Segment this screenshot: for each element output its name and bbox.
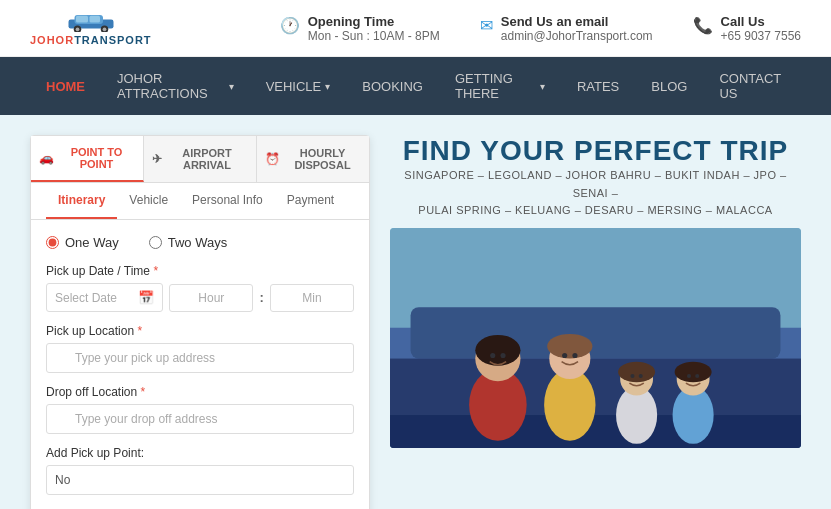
plane-icon: ✈	[152, 152, 162, 166]
pickup-location-group: Pick up Location * 📍	[46, 324, 354, 373]
top-info-bar: 🕐 Opening Time Mon - Sun : 10AM - 8PM ✉ …	[280, 14, 801, 43]
booking-form: One Way Two Ways Pick up Date / Time * S…	[31, 220, 369, 509]
dropoff-location-input[interactable]	[46, 404, 354, 434]
nav-item-home[interactable]: HOME	[30, 65, 101, 108]
svg-rect-7	[89, 16, 100, 23]
calendar-icon: 📅	[138, 290, 154, 305]
chevron-down-icon: ▾	[325, 81, 330, 92]
dropoff-location-label: Drop off Location *	[46, 385, 354, 399]
nav-item-contact-us[interactable]: CONTACT US	[703, 57, 801, 115]
one-way-radio-label[interactable]: One Way	[46, 235, 119, 250]
hour-input[interactable]	[169, 284, 253, 312]
chevron-down-icon: ▾	[229, 81, 234, 92]
datetime-row: Select Date 📅 :	[46, 283, 354, 312]
opening-time-label: Opening Time	[308, 14, 440, 29]
step-tab-payment[interactable]: Payment	[275, 183, 346, 219]
svg-rect-33	[390, 228, 801, 448]
car-icon: 🚗	[39, 151, 54, 165]
svg-point-5	[102, 27, 106, 31]
booking-type-tabs: 🚗 POINT TO POINT ✈ AIRPORT ARRIVAL ⏰ HOU…	[31, 136, 369, 183]
date-placeholder: Select Date	[55, 291, 117, 305]
tab-point-to-point[interactable]: 🚗 POINT TO POINT	[31, 136, 144, 182]
opening-time-value: Mon - Sun : 10AM - 8PM	[308, 29, 440, 43]
svg-point-3	[75, 27, 79, 31]
pickup-location-label: Pick up Location *	[46, 324, 354, 338]
pickup-datetime-group: Pick up Date / Time * Select Date 📅 :	[46, 264, 354, 312]
booking-panel: 🚗 POINT TO POINT ✈ AIRPORT ARRIVAL ⏰ HOU…	[30, 135, 370, 509]
main-nav: HOME JOHOR ATTRACTIONS ▾ VEHICLE ▾ BOOKI…	[0, 57, 831, 115]
svg-rect-6	[76, 16, 88, 23]
logo[interactable]: JOHORTRANSPORT	[30, 10, 152, 46]
hero-image	[390, 228, 801, 448]
call-info: 📞 Call Us +65 9037 7556	[693, 14, 801, 43]
clock-icon: 🕐	[280, 16, 300, 35]
right-panel: FIND YOUR PERFECT TRIP SINGAPORE – LEGOL…	[390, 135, 801, 509]
phone-icon: 📞	[693, 16, 713, 35]
main-content: 🚗 POINT TO POINT ✈ AIRPORT ARRIVAL ⏰ HOU…	[0, 115, 831, 509]
step-tab-itinerary[interactable]: Itinerary	[46, 183, 117, 219]
min-input[interactable]	[270, 284, 354, 312]
tab-airport-arrival[interactable]: ✈ AIRPORT ARRIVAL	[144, 136, 257, 182]
nav-item-vehicle[interactable]: VEHICLE ▾	[250, 65, 347, 108]
step-tab-vehicle[interactable]: Vehicle	[117, 183, 180, 219]
opening-time-info: 🕐 Opening Time Mon - Sun : 10AM - 8PM	[280, 14, 440, 43]
find-trip-header: FIND YOUR PERFECT TRIP SINGAPORE – LEGOL…	[390, 135, 801, 220]
trip-type-radio-group: One Way Two Ways	[46, 235, 354, 250]
step-tabs: Itinerary Vehicle Personal Info Payment	[31, 183, 369, 220]
nav-item-blog[interactable]: BLOG	[635, 65, 703, 108]
logo-brand-text: JOHORTRANSPORT	[30, 34, 152, 46]
pickup-location-input[interactable]	[46, 343, 354, 373]
logo-car-icon	[61, 10, 121, 32]
dropoff-location-input-wrapper: 📍	[46, 404, 354, 434]
pickup-location-input-wrapper: 📍	[46, 343, 354, 373]
chevron-down-icon: ▾	[540, 81, 545, 92]
email-icon: ✉	[480, 16, 493, 35]
email-info: ✉ Send Us an email admin@JohorTransport.…	[480, 14, 653, 43]
dropoff-location-group: Drop off Location * 📍	[46, 385, 354, 434]
two-ways-radio-label[interactable]: Two Ways	[149, 235, 227, 250]
tab-hourly-disposal[interactable]: ⏰ HOURLY DISPOSAL	[257, 136, 369, 182]
add-pickup-label: Add Pick up Point:	[46, 446, 354, 460]
nav-item-rates[interactable]: RATES	[561, 65, 635, 108]
nav-item-booking[interactable]: BOOKING	[346, 65, 439, 108]
email-value: admin@JohorTransport.com	[501, 29, 653, 43]
add-pickup-group: Add Pick up Point: No Yes	[46, 446, 354, 495]
family-illustration	[390, 228, 801, 448]
clock-tab-icon: ⏰	[265, 152, 280, 166]
step-tab-personal-info[interactable]: Personal Info	[180, 183, 275, 219]
one-way-radio[interactable]	[46, 236, 59, 249]
destinations-line1: SINGAPORE – LEGOLAND – JOHOR BAHRU – BUK…	[390, 167, 801, 202]
destinations-line2: PULAI SPRING – KELUANG – DESARU – MERSIN…	[390, 202, 801, 220]
add-pickup-select[interactable]: No Yes	[46, 465, 354, 495]
call-value: +65 9037 7556	[721, 29, 801, 43]
time-separator: :	[259, 290, 263, 305]
top-bar: JOHORTRANSPORT 🕐 Opening Time Mon - Sun …	[0, 0, 831, 57]
call-label: Call Us	[721, 14, 801, 29]
pickup-datetime-label: Pick up Date / Time *	[46, 264, 354, 278]
nav-item-getting-there[interactable]: GETTING THERE ▾	[439, 57, 561, 115]
two-ways-radio[interactable]	[149, 236, 162, 249]
email-label: Send Us an email	[501, 14, 653, 29]
find-trip-title: FIND YOUR PERFECT TRIP	[390, 135, 801, 167]
nav-item-johor-attractions[interactable]: JOHOR ATTRACTIONS ▾	[101, 57, 250, 115]
date-input-wrapper[interactable]: Select Date 📅	[46, 283, 163, 312]
